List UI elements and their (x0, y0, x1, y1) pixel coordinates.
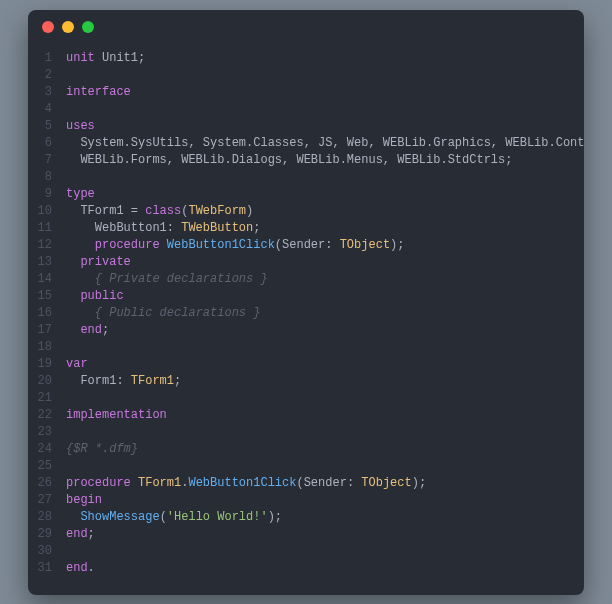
line-content: WebButton1: TWebButton; (66, 220, 584, 237)
line-number: 27 (28, 492, 66, 509)
code-line: 25 (28, 458, 584, 475)
line-number: 8 (28, 169, 66, 186)
code-line: 8 (28, 169, 584, 186)
line-content: WEBLib.Forms, WEBLib.Dialogs, WEBLib.Men… (66, 152, 584, 169)
line-number: 7 (28, 152, 66, 169)
line-content (66, 67, 584, 84)
line-number: 5 (28, 118, 66, 135)
close-icon[interactable] (42, 21, 54, 33)
code-line: 28 ShowMessage('Hello World!'); (28, 509, 584, 526)
line-content: end. (66, 560, 584, 577)
code-line: 13 private (28, 254, 584, 271)
code-line: 14 { Private declarations } (28, 271, 584, 288)
titlebar (28, 10, 584, 44)
line-number: 16 (28, 305, 66, 322)
line-content: end; (66, 322, 584, 339)
code-line: 3interface (28, 84, 584, 101)
editor-window: 1unit Unit1;23interface45uses6 System.Sy… (28, 10, 584, 595)
line-number: 18 (28, 339, 66, 356)
code-line: 2 (28, 67, 584, 84)
line-number: 17 (28, 322, 66, 339)
line-content: implementation (66, 407, 584, 424)
line-content: begin (66, 492, 584, 509)
code-line: 1unit Unit1; (28, 50, 584, 67)
line-number: 23 (28, 424, 66, 441)
code-line: 26procedure TForm1.WebButton1Click(Sende… (28, 475, 584, 492)
line-content: {$R *.dfm} (66, 441, 584, 458)
line-content: interface (66, 84, 584, 101)
line-number: 31 (28, 560, 66, 577)
line-content (66, 390, 584, 407)
line-number: 12 (28, 237, 66, 254)
line-number: 9 (28, 186, 66, 203)
line-number: 4 (28, 101, 66, 118)
code-line: 6 System.SysUtils, System.Classes, JS, W… (28, 135, 584, 152)
line-content: private (66, 254, 584, 271)
line-number: 20 (28, 373, 66, 390)
line-number: 30 (28, 543, 66, 560)
code-line: 12 procedure WebButton1Click(Sender: TOb… (28, 237, 584, 254)
line-content: uses (66, 118, 584, 135)
line-number: 13 (28, 254, 66, 271)
line-number: 6 (28, 135, 66, 152)
line-content: { Public declarations } (66, 305, 584, 322)
line-number: 14 (28, 271, 66, 288)
line-number: 2 (28, 67, 66, 84)
line-content: ShowMessage('Hello World!'); (66, 509, 584, 526)
line-content: TForm1 = class(TWebForm) (66, 203, 584, 220)
code-line: 30 (28, 543, 584, 560)
code-area[interactable]: 1unit Unit1;23interface45uses6 System.Sy… (28, 44, 584, 595)
line-number: 11 (28, 220, 66, 237)
code-line: 9type (28, 186, 584, 203)
code-line: 10 TForm1 = class(TWebForm) (28, 203, 584, 220)
line-number: 21 (28, 390, 66, 407)
line-content: public (66, 288, 584, 305)
line-content: var (66, 356, 584, 373)
code-line: 18 (28, 339, 584, 356)
code-line: 5uses (28, 118, 584, 135)
code-line: 11 WebButton1: TWebButton; (28, 220, 584, 237)
line-number: 3 (28, 84, 66, 101)
code-line: 24{$R *.dfm} (28, 441, 584, 458)
line-content: { Private declarations } (66, 271, 584, 288)
code-line: 31end. (28, 560, 584, 577)
line-content: type (66, 186, 584, 203)
line-content (66, 101, 584, 118)
line-content: end; (66, 526, 584, 543)
code-line: 4 (28, 101, 584, 118)
line-content: System.SysUtils, System.Classes, JS, Web… (66, 135, 584, 152)
line-number: 29 (28, 526, 66, 543)
minimize-icon[interactable] (62, 21, 74, 33)
code-line: 19var (28, 356, 584, 373)
code-line: 22implementation (28, 407, 584, 424)
line-content (66, 169, 584, 186)
line-content (66, 543, 584, 560)
line-number: 24 (28, 441, 66, 458)
line-content: unit Unit1; (66, 50, 584, 67)
line-number: 25 (28, 458, 66, 475)
line-content (66, 339, 584, 356)
code-line: 27begin (28, 492, 584, 509)
line-number: 15 (28, 288, 66, 305)
zoom-icon[interactable] (82, 21, 94, 33)
code-line: 23 (28, 424, 584, 441)
line-number: 22 (28, 407, 66, 424)
line-content (66, 424, 584, 441)
code-line: 16 { Public declarations } (28, 305, 584, 322)
code-line: 29end; (28, 526, 584, 543)
line-content: procedure WebButton1Click(Sender: TObjec… (66, 237, 584, 254)
code-line: 20 Form1: TForm1; (28, 373, 584, 390)
code-line: 21 (28, 390, 584, 407)
line-number: 10 (28, 203, 66, 220)
line-number: 26 (28, 475, 66, 492)
code-line: 7 WEBLib.Forms, WEBLib.Dialogs, WEBLib.M… (28, 152, 584, 169)
code-line: 15 public (28, 288, 584, 305)
code-line: 17 end; (28, 322, 584, 339)
line-content: Form1: TForm1; (66, 373, 584, 390)
line-number: 19 (28, 356, 66, 373)
line-number: 1 (28, 50, 66, 67)
line-content: procedure TForm1.WebButton1Click(Sender:… (66, 475, 584, 492)
line-content (66, 458, 584, 475)
line-number: 28 (28, 509, 66, 526)
